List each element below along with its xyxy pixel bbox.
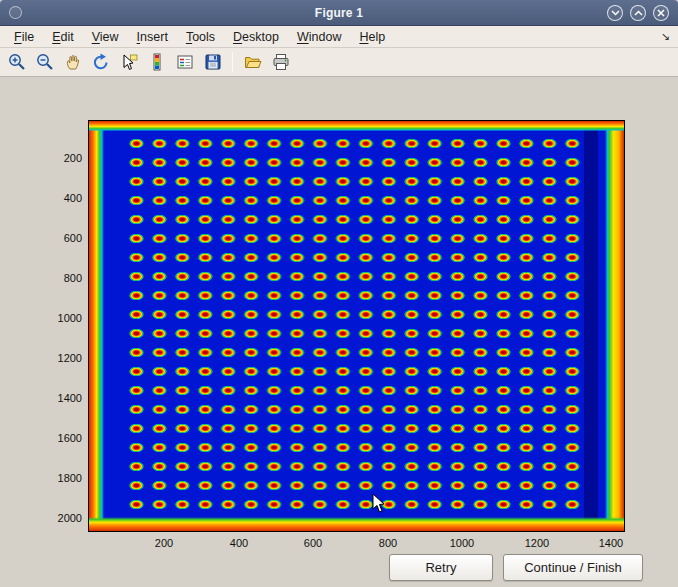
menu-insert[interactable]: Insert xyxy=(128,28,177,46)
figure-canvas: 200 400 600 800 1000 1200 1400 1600 1800… xyxy=(0,77,678,587)
close-button[interactable] xyxy=(653,5,669,21)
mouse-cursor xyxy=(372,493,386,514)
printer-icon xyxy=(271,52,291,72)
continue-finish-button[interactable]: Continue / Finish xyxy=(503,554,643,581)
open-file-button[interactable] xyxy=(240,50,265,75)
insert-legend-button[interactable] xyxy=(172,50,197,75)
save-icon xyxy=(203,52,223,72)
y-tick-label: 1200 xyxy=(34,352,82,364)
menu-tools[interactable]: Tools xyxy=(177,28,224,46)
titlebar[interactable]: Figure 1 xyxy=(0,0,678,26)
menu-view[interactable]: View xyxy=(83,28,128,46)
toolbar-separator xyxy=(232,52,233,72)
x-tick-label: 400 xyxy=(214,537,264,550)
legend-icon xyxy=(175,52,195,72)
x-tick-label: 1000 xyxy=(437,537,487,550)
close-icon xyxy=(657,9,665,17)
open-folder-icon xyxy=(243,52,263,72)
menu-edit[interactable]: Edit xyxy=(43,28,83,46)
y-tick-label: 1000 xyxy=(34,312,82,324)
window-menu-icon[interactable] xyxy=(9,6,22,19)
maximize-button[interactable] xyxy=(630,5,646,21)
x-tick-label: 1200 xyxy=(512,537,562,550)
image-plot[interactable] xyxy=(88,120,625,532)
menu-help[interactable]: Help xyxy=(350,28,394,46)
figure-toolbar xyxy=(0,48,678,77)
rotate-3d-button[interactable] xyxy=(88,50,113,75)
y-tick-label: 400 xyxy=(34,192,82,204)
minimize-button[interactable] xyxy=(607,5,623,21)
y-tick-label: 1600 xyxy=(34,432,82,444)
menu-overflow-arrow[interactable]: ↘ xyxy=(661,30,670,43)
data-cursor-button[interactable] xyxy=(116,50,141,75)
hand-icon xyxy=(63,52,83,72)
x-tick-label: 800 xyxy=(363,537,413,550)
heatmap-spot-grid xyxy=(125,134,584,514)
y-tick-label: 200 xyxy=(34,152,82,164)
chevron-down-icon xyxy=(611,10,620,16)
print-figure-button[interactable] xyxy=(268,50,293,75)
insert-colorbar-button[interactable] xyxy=(144,50,169,75)
x-tick-label: 200 xyxy=(139,537,189,550)
save-figure-button[interactable] xyxy=(200,50,225,75)
chevron-up-icon xyxy=(634,10,643,16)
zoom-in-icon xyxy=(7,52,27,72)
menu-file[interactable]: File xyxy=(5,28,43,46)
y-tick-label: 600 xyxy=(34,232,82,244)
menu-window[interactable]: Window xyxy=(288,28,350,46)
x-tick-label: 1400 xyxy=(586,537,636,550)
colorbar-icon xyxy=(147,52,167,72)
menu-desktop[interactable]: Desktop xyxy=(224,28,288,46)
rotate-3d-icon xyxy=(91,52,111,72)
zoom-in-button[interactable] xyxy=(4,50,29,75)
data-cursor-icon xyxy=(119,52,139,72)
y-tick-label: 800 xyxy=(34,272,82,284)
zoom-out-icon xyxy=(35,52,55,72)
y-tick-label: 1400 xyxy=(34,392,82,404)
zoom-out-button[interactable] xyxy=(32,50,57,75)
pan-button[interactable] xyxy=(60,50,85,75)
y-tick-label: 1800 xyxy=(34,472,82,484)
retry-button[interactable]: Retry xyxy=(389,554,493,581)
window-title: Figure 1 xyxy=(0,6,678,20)
x-tick-label: 600 xyxy=(288,537,338,550)
y-tick-label: 2000 xyxy=(34,512,82,524)
menu-bar: File Edit View Insert Tools Desktop Wind… xyxy=(0,26,678,48)
figure-window: Figure 1 File Edit View Insert Tools Des… xyxy=(0,0,678,587)
